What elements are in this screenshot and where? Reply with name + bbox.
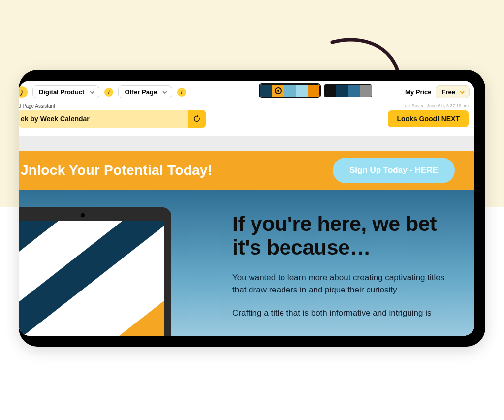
palette-picker [260, 84, 372, 97]
product-type-dropdown[interactable]: Digital Product [32, 85, 99, 98]
assistant-input[interactable]: ek by Week Calendar [19, 110, 206, 128]
assistant-label: J Page Assistant [19, 103, 55, 109]
preview-hero: WEEK BY If you're here, we bet it's beca… [19, 190, 474, 336]
palette-option-1[interactable] [260, 84, 320, 97]
chevron-down-icon [162, 89, 168, 95]
price-label: My Price [401, 85, 435, 98]
preview-hero-copy: If you're here, we bet it's because… You… [216, 190, 474, 336]
swatch [348, 85, 360, 97]
info-icon[interactable]: i [104, 88, 113, 97]
divider-strip [19, 136, 474, 151]
page-canvas: ) Digital Product i Offer Page i My Pric… [0, 0, 504, 420]
preview-banner-title: Jnlock Your Potential Today! [19, 162, 213, 178]
price-dropdown[interactable]: Free [436, 85, 470, 98]
info-icon[interactable]: i [177, 88, 186, 97]
chevron-down-icon [459, 89, 465, 95]
swatch [360, 85, 372, 97]
device-screen: ) Digital Product i Offer Page i My Pric… [19, 81, 474, 336]
assistant-regen-button[interactable] [188, 110, 206, 128]
swatch [260, 85, 272, 97]
page-type-label: Offer Page [125, 88, 157, 96]
swatch [296, 85, 308, 97]
product-type-label: Digital Product [39, 88, 84, 96]
chevron-down-icon [89, 89, 95, 95]
preview-hero-para-2: Crafting a title that is both informativ… [232, 307, 455, 320]
decorative-stripes [19, 221, 164, 336]
swatch [336, 85, 348, 97]
page-type-dropdown[interactable]: Offer Page [118, 85, 172, 98]
ipad-screen: WEEK BY [19, 221, 164, 336]
swatch-selected-icon [272, 85, 284, 97]
page-preview: Jnlock Your Potential Today! Sign Up Tod… [19, 151, 474, 336]
config-toolbar: ) Digital Product i Offer Page i My Pric… [19, 81, 474, 103]
price-value: Free [442, 88, 455, 96]
preview-hero-image: WEEK BY [19, 190, 216, 336]
next-button[interactable]: Looks Good! NEXT [388, 110, 469, 127]
swatch [308, 85, 319, 97]
preview-hero-para-1: You wanted to learn more about creating … [232, 272, 455, 296]
preview-banner: Jnlock Your Potential Today! Sign Up Tod… [19, 151, 474, 190]
palette-option-2[interactable] [324, 84, 372, 97]
assistant-input-value: ek by Week Calendar [21, 115, 90, 123]
preview-hero-title: If you're here, we bet it's because… [232, 212, 455, 259]
preview-signup-button[interactable]: Sign Up Today - HERE [333, 158, 455, 183]
swatch [284, 85, 296, 97]
brand-dot-icon: ) [19, 86, 28, 98]
ipad-mock: WEEK BY [19, 207, 171, 336]
swatch-selected-icon [324, 85, 336, 97]
device-frame: ) Digital Product i Offer Page i My Pric… [19, 70, 485, 347]
last-saved-text: Last Saved: June 6th, 6:37:16 pm [402, 103, 469, 108]
